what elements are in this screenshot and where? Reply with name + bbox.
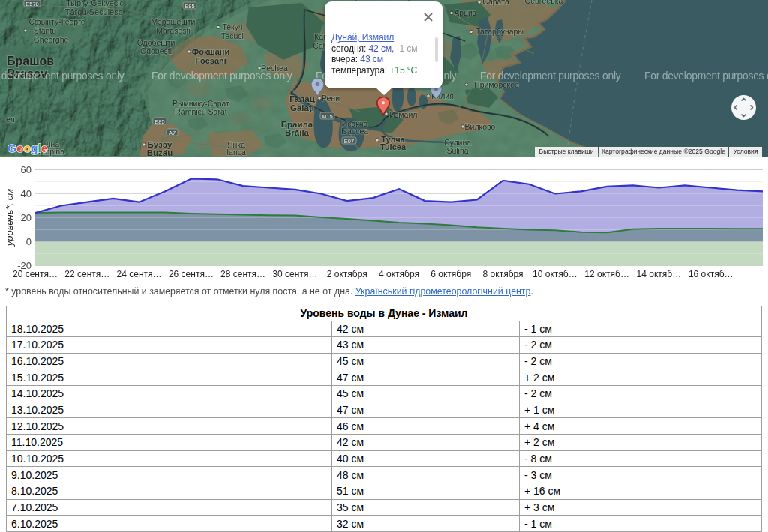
svg-text:Sulina: Sulina xyxy=(446,146,468,155)
svg-text:Târgu Secuiesc: Târgu Secuiesc xyxy=(65,7,123,16)
svg-text:E85: E85 xyxy=(184,3,194,10)
svg-text:For development purposes only: For development purposes only xyxy=(644,70,768,82)
svg-text:6 октября: 6 октября xyxy=(430,269,471,279)
svg-text:Тыргу-Секуеск: Тыргу-Секуеск xyxy=(66,0,122,7)
svg-text:Арциз: Арциз xyxy=(454,8,476,17)
svg-text:Картографические данные ©2025: Картографические данные ©2025 Google xyxy=(602,148,725,155)
svg-text:A7: A7 xyxy=(169,130,176,136)
svg-text:20 сентя…: 20 сентя… xyxy=(13,269,58,279)
svg-text:E578: E578 xyxy=(26,1,39,7)
svg-text:Râmnicu Sărat: Râmnicu Sărat xyxy=(175,107,227,116)
svg-text:12 октяб…: 12 октяб… xyxy=(584,269,629,279)
svg-text:Рени: Рени xyxy=(322,94,340,103)
svg-text:ел: ел xyxy=(6,115,15,124)
svg-text:Сарата: Сарата xyxy=(482,0,509,6)
svg-text:Galați: Galați xyxy=(290,103,314,112)
svg-text:40: 40 xyxy=(21,188,32,199)
svg-text:8 октября: 8 октября xyxy=(483,269,524,279)
svg-text:Mărășești: Mărășești xyxy=(156,26,190,35)
svg-text:60: 60 xyxy=(21,164,32,175)
svg-text:14 октяб…: 14 октяб… xyxy=(637,269,682,279)
svg-text:Текуч: Текуч xyxy=(222,22,242,31)
svg-text:For development purposes only: For development purposes only xyxy=(152,70,292,82)
svg-text:Фокшани: Фокшани xyxy=(192,47,230,56)
svg-text:Измаил: Измаил xyxy=(389,110,417,119)
svg-text:20: 20 xyxy=(21,212,32,223)
svg-text:For development purposes only: For development purposes only xyxy=(0,70,124,82)
svg-text:Gheorghe: Gheorghe xyxy=(34,35,69,44)
svg-text:E07: E07 xyxy=(344,138,354,145)
svg-text:28 сентя…: 28 сентя… xyxy=(220,269,266,279)
svg-text:Татарбунары: Татарбунары xyxy=(476,27,524,36)
svg-text:26 сентя…: 26 сентя… xyxy=(169,269,214,279)
svg-text:Условия: Условия xyxy=(733,148,758,155)
svg-text:24 сентя…: 24 сентя… xyxy=(117,269,162,279)
svg-text:M15: M15 xyxy=(322,113,333,120)
svg-text:Isaccea: Isaccea xyxy=(341,127,368,136)
svg-text:Odobești: Odobești xyxy=(140,46,172,55)
svg-text:For development purposes only: For development purposes only xyxy=(480,70,621,82)
svg-text:E85: E85 xyxy=(154,118,164,125)
svg-text:Быстрые клавиши: Быстрые клавиши xyxy=(539,148,594,155)
svg-text:10 октяб…: 10 октяб… xyxy=(532,269,578,279)
svg-text:Мэрэшешти: Мэрэшешти xyxy=(152,17,196,26)
svg-text:0: 0 xyxy=(26,236,32,247)
svg-text:Google: Google xyxy=(8,142,48,154)
svg-text:Сфынту-Георге: Сфынту-Георге xyxy=(28,17,85,26)
svg-text:Focșani: Focșani xyxy=(195,56,226,65)
svg-text:Sfântu: Sfântu xyxy=(34,26,57,35)
svg-text:4 октября: 4 октября xyxy=(379,269,419,279)
svg-text:Брашов: Брашов xyxy=(7,55,54,67)
svg-text:Brăila: Brăila xyxy=(285,128,310,137)
svg-text:Tecuci: Tecuci xyxy=(221,31,244,40)
svg-text:Вилково: Вилково xyxy=(465,122,496,131)
svg-text:2 октября: 2 октября xyxy=(327,269,368,279)
svg-text:16 октяб…: 16 октяб… xyxy=(688,269,734,279)
svg-text:22 сентя…: 22 сентя… xyxy=(64,269,110,279)
svg-text:Tulcea: Tulcea xyxy=(380,142,406,151)
svg-text:Сергеевка: Сергеевка xyxy=(525,0,563,5)
svg-text:Галац: Галац xyxy=(290,94,315,103)
svg-text:30 сентя…: 30 сентя… xyxy=(272,269,317,279)
svg-text:уровень*, см: уровень*, см xyxy=(4,189,15,247)
